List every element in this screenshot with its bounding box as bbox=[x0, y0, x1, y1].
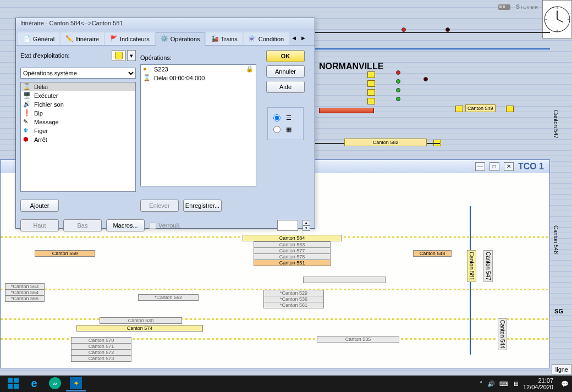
enlever-button[interactable]: Enlever bbox=[140, 200, 179, 212]
block-canton[interactable] bbox=[303, 277, 386, 283]
tab-itineraire[interactable]: ✏️Itinéraire bbox=[61, 32, 104, 45]
view-grid-radio[interactable] bbox=[273, 126, 280, 133]
snowflake-icon: ❄ bbox=[23, 127, 31, 135]
list-item[interactable]: ● S223 🔒 bbox=[141, 65, 256, 74]
notifications-icon[interactable]: 💬 bbox=[561, 380, 569, 388]
network-icon[interactable]: 🖥 bbox=[513, 380, 519, 387]
svg-rect-13 bbox=[1, 318, 549, 320]
ok-button[interactable]: OK bbox=[266, 50, 305, 62]
tab-label: Indicateurs bbox=[120, 36, 150, 42]
edge-icon: e bbox=[31, 377, 37, 390]
track-end bbox=[506, 106, 514, 112]
item-label: Bip bbox=[34, 110, 43, 117]
list-item[interactable]: ⬢Arrêt bbox=[21, 135, 135, 144]
block-canton[interactable]: Canton 548 bbox=[413, 250, 452, 257]
sys-ops-list[interactable]: ⌛Délai 🖥️Exécuter 🔊Fichier son ❗Bip ✎Mes… bbox=[20, 82, 136, 192]
block-canton[interactable]: Canton 551 bbox=[254, 260, 331, 266]
view-list-radio[interactable] bbox=[273, 114, 280, 122]
spinner[interactable]: ▴▾ bbox=[302, 220, 310, 231]
bas-button[interactable]: Bas bbox=[63, 219, 102, 231]
route-dialog: Itinéraire - Canton 584<-->Canton 581 📄G… bbox=[15, 18, 315, 229]
list-item[interactable]: 🔊Fichier son bbox=[21, 100, 135, 109]
spin-down[interactable]: ▾ bbox=[302, 225, 310, 231]
tab-general[interactable]: 📄Général bbox=[18, 32, 59, 45]
block-vertical[interactable]: Canton 544 bbox=[498, 318, 507, 350]
tab-scroll-left[interactable]: ◄ bbox=[290, 32, 298, 45]
list-item[interactable]: 🖥️Exécuter bbox=[21, 91, 135, 100]
maximize-button[interactable]: □ bbox=[490, 162, 499, 171]
list-item[interactable]: ✎Message bbox=[21, 118, 135, 126]
block-canton[interactable]: Canton 573 bbox=[71, 355, 131, 362]
operations-list[interactable]: ● S223 🔒 ⌛ Délai 00:00:04.000 bbox=[140, 64, 256, 186]
taskbar-clock[interactable]: 21:07 12/04/2020 bbox=[523, 377, 557, 390]
list-item[interactable]: ⌛ Délai 00:00:04.000 bbox=[141, 74, 256, 82]
status-indicator[interactable] bbox=[112, 50, 126, 61]
block-canton[interactable]: Canton 530 bbox=[100, 317, 182, 324]
flask-icon: ⚗️ bbox=[249, 35, 256, 43]
tab-label: Itinéraire bbox=[75, 36, 99, 42]
etat-label: Etat d'exploitation: bbox=[20, 52, 70, 59]
ajouter-button[interactable]: Ajouter bbox=[20, 200, 59, 212]
item-label: Figer bbox=[34, 128, 48, 134]
verrou-label: Verrouil. bbox=[158, 222, 180, 229]
canton-vertical-label: Canton 548 bbox=[553, 225, 559, 254]
block-canton[interactable]: Canton 559 bbox=[35, 250, 95, 257]
track-diagram: NORMANVILLE Canton 549 Canton 582 bbox=[308, 0, 572, 159]
station-name: NORMANVILLE bbox=[319, 62, 383, 71]
pencil-icon: ✏️ bbox=[65, 35, 73, 43]
sg-label: SG bbox=[554, 308, 563, 314]
ligne-tab[interactable]: ligne bbox=[552, 365, 572, 374]
chevron-up-icon[interactable]: ˄ bbox=[480, 380, 483, 388]
tab-label: Opérations bbox=[170, 36, 200, 42]
svg-rect-17 bbox=[14, 378, 19, 383]
spin-up[interactable]: ▴ bbox=[302, 220, 310, 225]
sound-icon[interactable]: 🔊 bbox=[487, 380, 495, 388]
edge-button[interactable]: e bbox=[24, 376, 44, 391]
verrou-checkbox[interactable]: Verrouil. bbox=[149, 222, 180, 229]
close-button[interactable]: ✕ bbox=[504, 162, 514, 171]
list-item[interactable]: ❗Bip bbox=[21, 109, 135, 118]
app-button[interactable]: ✦ bbox=[66, 376, 86, 391]
lock-icon: 🔒 bbox=[246, 65, 254, 73]
block-canton[interactable]: Canton 574 bbox=[76, 325, 203, 332]
track-end bbox=[367, 71, 375, 78]
svg-rect-18 bbox=[8, 384, 13, 389]
tab-operations[interactable]: ⚙️Opérations bbox=[156, 32, 205, 46]
start-button[interactable] bbox=[3, 376, 23, 391]
tab-scroll-right[interactable]: ► bbox=[299, 32, 307, 45]
tab-label: Condition bbox=[258, 36, 284, 42]
block-canton[interactable]: *Canton 561 bbox=[263, 302, 324, 308]
hourglass-icon: ⌛ bbox=[143, 74, 151, 82]
enregistrer-button[interactable]: Enregistrer... bbox=[183, 200, 222, 212]
block-canton[interactable]: Canton 535 bbox=[317, 336, 399, 343]
block-vertical[interactable]: Canton 581 bbox=[467, 250, 476, 282]
dialog-title[interactable]: Itinéraire - Canton 584<-->Canton 581 bbox=[16, 18, 315, 30]
tab-condition[interactable]: ⚗️Condition bbox=[244, 32, 289, 45]
tab-trains[interactable]: 🚂Trains bbox=[206, 32, 243, 45]
bell-icon: ❗ bbox=[23, 109, 31, 117]
grid-icon: ▦ bbox=[286, 126, 292, 133]
item-label: Exécuter bbox=[34, 92, 58, 99]
sys-ops-combo[interactable]: Opérations système bbox=[20, 68, 136, 79]
block-vertical[interactable]: Canton 547 bbox=[483, 250, 493, 282]
block-canton[interactable]: *Canton 562 bbox=[138, 294, 199, 301]
annuler-button[interactable]: Annuler bbox=[266, 65, 305, 78]
canton-vertical-label: Canton 547 bbox=[553, 110, 559, 139]
status-dropdown[interactable]: ▾ bbox=[127, 50, 136, 61]
macros-button[interactable]: Macros... bbox=[106, 219, 145, 231]
signal-dark bbox=[424, 77, 428, 81]
list-item[interactable]: ⌛Délai bbox=[21, 82, 135, 91]
aide-button[interactable]: Aide bbox=[266, 81, 305, 93]
arduino-button[interactable]: ∞ bbox=[45, 376, 65, 391]
canton-label: Canton 582 bbox=[344, 139, 427, 146]
haut-button[interactable]: Haut bbox=[20, 219, 59, 231]
keyboard-icon[interactable]: ⌨ bbox=[499, 380, 508, 388]
minimize-button[interactable]: — bbox=[475, 162, 485, 171]
tab-indicateurs[interactable]: 🚩Indicateurs bbox=[105, 32, 155, 45]
tco-title: TCO 1 bbox=[518, 162, 544, 172]
numeric-input[interactable] bbox=[277, 220, 298, 231]
list-item[interactable]: ❄Figer bbox=[21, 126, 135, 135]
block-canton[interactable]: *Canton 565 bbox=[5, 295, 45, 302]
signal-green bbox=[396, 88, 400, 92]
view-mode-group: ☰ ▦ bbox=[267, 107, 304, 140]
